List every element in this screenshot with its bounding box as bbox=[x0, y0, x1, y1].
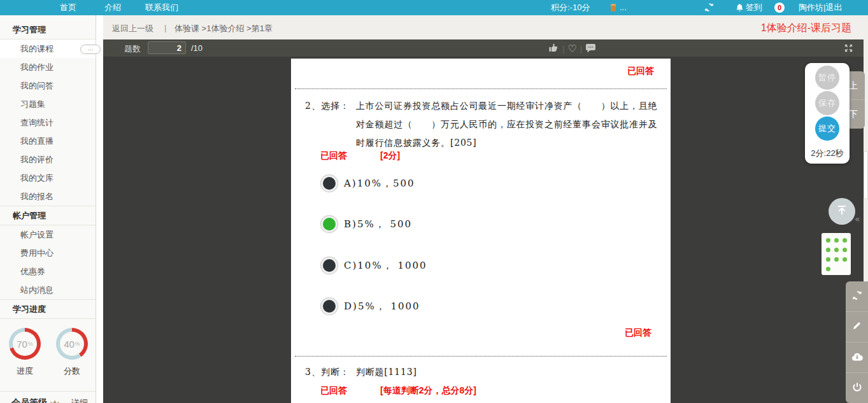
question-dot[interactable] bbox=[826, 238, 830, 243]
question-dot[interactable] bbox=[834, 257, 839, 262]
question-total: /10 bbox=[191, 43, 203, 53]
radio-icon[interactable] bbox=[323, 259, 336, 272]
download-button[interactable] bbox=[846, 342, 868, 372]
option-c[interactable]: C)10%， 1000 bbox=[323, 259, 427, 272]
sidebar-item-site-messages[interactable]: 站内消息 bbox=[0, 281, 96, 299]
pause-button[interactable]: 暂停 bbox=[815, 66, 839, 90]
option-a[interactable]: A)10%，500 bbox=[323, 177, 415, 190]
back-to-top-icon bbox=[836, 204, 848, 219]
question-dot[interactable] bbox=[826, 267, 830, 271]
edit-button[interactable] bbox=[846, 311, 868, 342]
option-d[interactable]: D)5%， 1000 bbox=[323, 300, 420, 313]
gauge-score-ring: 40% bbox=[56, 328, 88, 360]
gauge-score-value: 40 bbox=[64, 339, 75, 350]
reaction-icons: | ♡ | bbox=[548, 43, 596, 55]
sidebar-item-my-courses[interactable]: 我的课程 … bbox=[0, 39, 96, 58]
crown-icon bbox=[50, 398, 59, 403]
cloud-download-icon bbox=[851, 352, 863, 364]
question-3-text: 判断题[1113] bbox=[356, 363, 659, 381]
sidebar-item-exercises[interactable]: 习题集 bbox=[0, 95, 96, 113]
answered-label: 已回答 bbox=[320, 385, 347, 395]
score-label: [每道判断2分，总分8分] bbox=[380, 385, 476, 397]
sidebar-item-my-library[interactable]: 我的文库 bbox=[0, 169, 96, 187]
sidebar-item-account-settings[interactable]: 帐户设置 bbox=[0, 225, 96, 244]
gauge-score-label: 分数 bbox=[53, 365, 90, 377]
submit-button[interactable]: 提交 bbox=[815, 117, 839, 141]
member-level-row: 会员等级 详细 bbox=[0, 391, 96, 403]
gauge-score: 40% 分数 bbox=[53, 328, 90, 377]
question-dot[interactable] bbox=[843, 257, 847, 262]
option-a-label: A)10%，500 bbox=[344, 178, 415, 190]
pencil-icon bbox=[852, 321, 862, 333]
sidebar-item-query-stats[interactable]: 查询统计 bbox=[0, 113, 96, 132]
thumbs-up-icon[interactable] bbox=[548, 43, 559, 55]
nav-home[interactable]: 首页 bbox=[50, 0, 87, 15]
question-dot[interactable] bbox=[834, 248, 839, 252]
nav-contact[interactable]: 联系我们 bbox=[138, 0, 186, 15]
question-number-input[interactable] bbox=[148, 41, 186, 54]
gauge-progress: 70% 进度 bbox=[6, 328, 43, 377]
notification-badge[interactable]: 0 bbox=[774, 3, 785, 13]
page-title: 1体验介绍-课后习题 bbox=[761, 22, 851, 35]
main-area: 返回上一级 | 体验课 >1体验介绍 >第1章 1体验介绍-课后习题 题数 /1… bbox=[103, 15, 868, 403]
sidebar-item-my-reviews[interactable]: 我的评价 bbox=[0, 150, 96, 169]
member-detail-link[interactable]: 详细 bbox=[71, 397, 88, 403]
member-level-label: 会员等级 bbox=[11, 397, 47, 403]
player-toolbar: 题数 /10 | ♡ | bbox=[103, 39, 864, 57]
option-b[interactable]: B)5%， 500 bbox=[323, 218, 412, 230]
breadcrumb-bar: 返回上一级 | 体验课 >1体验介绍 >第1章 1体验介绍-课后习题 bbox=[103, 15, 868, 39]
question-dot[interactable] bbox=[843, 238, 847, 243]
sidebar-item-billing-center[interactable]: 费用中心 bbox=[0, 244, 96, 262]
page-scrollbar-thumb[interactable] bbox=[864, 151, 868, 199]
back-to-top-button[interactable] bbox=[829, 198, 855, 225]
sidebar-gutter bbox=[97, 15, 103, 403]
right-toolbar bbox=[846, 281, 868, 403]
icon-separator: | bbox=[562, 44, 564, 53]
heart-icon[interactable]: ♡ bbox=[567, 44, 576, 54]
answered-status-bottom: 已回答 bbox=[625, 327, 651, 339]
collapse-panel-icon[interactable]: « bbox=[855, 214, 860, 224]
sidebar-item-label: 我的课程 bbox=[20, 44, 53, 53]
exam-timer: 2分:22秒 bbox=[805, 148, 850, 159]
sidebar-item-my-homework[interactable]: 我的作业 bbox=[0, 58, 96, 76]
question-2-text: 上市公司证券投资总额占公司最近一期经审计净资产（ ）以上，且绝对金额超过（ ）万… bbox=[356, 97, 659, 152]
sidebar-item-my-qa[interactable]: 我的问答 bbox=[0, 76, 96, 95]
fullscreen-icon[interactable] bbox=[844, 43, 853, 55]
ellipsis-button[interactable]: … bbox=[80, 45, 101, 54]
power-button[interactable] bbox=[846, 372, 868, 403]
refresh-icon[interactable] bbox=[704, 3, 714, 14]
reload-icon bbox=[852, 290, 862, 303]
bell-icon bbox=[736, 3, 744, 14]
question-dot[interactable] bbox=[826, 248, 830, 252]
breadcrumb-separator: | bbox=[164, 23, 166, 32]
logout-link[interactable]: 退出 bbox=[825, 3, 842, 12]
power-icon bbox=[852, 382, 862, 395]
question-dot[interactable] bbox=[843, 248, 847, 252]
username[interactable]: 陶作坊 bbox=[799, 3, 823, 12]
gauge-progress-ring: 70% bbox=[9, 328, 41, 360]
signin-link[interactable]: 签到 bbox=[746, 0, 762, 15]
radio-icon[interactable] bbox=[323, 300, 336, 313]
question-2: 2、选择： 上市公司证券投资总额占公司最近一期经审计净资产（ ）以上，且绝对金额… bbox=[305, 97, 659, 152]
points-more[interactable]: ... bbox=[620, 0, 627, 15]
save-button[interactable]: 保存 bbox=[815, 91, 839, 115]
question-dot[interactable] bbox=[826, 257, 830, 262]
sidebar-item-my-signup[interactable]: 我的报名 bbox=[0, 187, 96, 206]
back-link[interactable]: 返回上一级 bbox=[112, 23, 153, 34]
option-d-label: D)5%， 1000 bbox=[344, 300, 420, 313]
radio-icon[interactable] bbox=[323, 177, 336, 190]
sidebar-item-coupons[interactable]: 优惠券 bbox=[0, 262, 96, 281]
question-3-answered-row: 已回答 [每道判断2分，总分8分] bbox=[320, 385, 347, 397]
breadcrumb-path[interactable]: 体验课 >1体验介绍 >第1章 bbox=[174, 23, 273, 34]
sidebar-item-my-live[interactable]: 我的直播 bbox=[0, 132, 96, 150]
page: 首页 介绍 联系我们 积分:-10分 ... 签到 0 陶作坊|退出 学习管理 … bbox=[0, 0, 868, 403]
question-count-label: 题数 bbox=[124, 43, 141, 55]
reload-button[interactable] bbox=[846, 281, 868, 311]
question-dot[interactable] bbox=[834, 238, 839, 243]
player-content: 已回答 2、选择： 上市公司证券投资总额占公司最近一期经审计净资产（ ）以上，且… bbox=[103, 57, 864, 403]
section-title-study: 学习管理 bbox=[0, 20, 96, 39]
nav-intro[interactable]: 介绍 bbox=[94, 0, 131, 15]
sidebar: 学习管理 我的课程 … 我的作业 我的问答 习题集 查询统计 我的直播 我的评价… bbox=[0, 15, 96, 403]
comment-icon[interactable] bbox=[585, 43, 596, 55]
radio-icon-selected[interactable] bbox=[323, 218, 336, 230]
